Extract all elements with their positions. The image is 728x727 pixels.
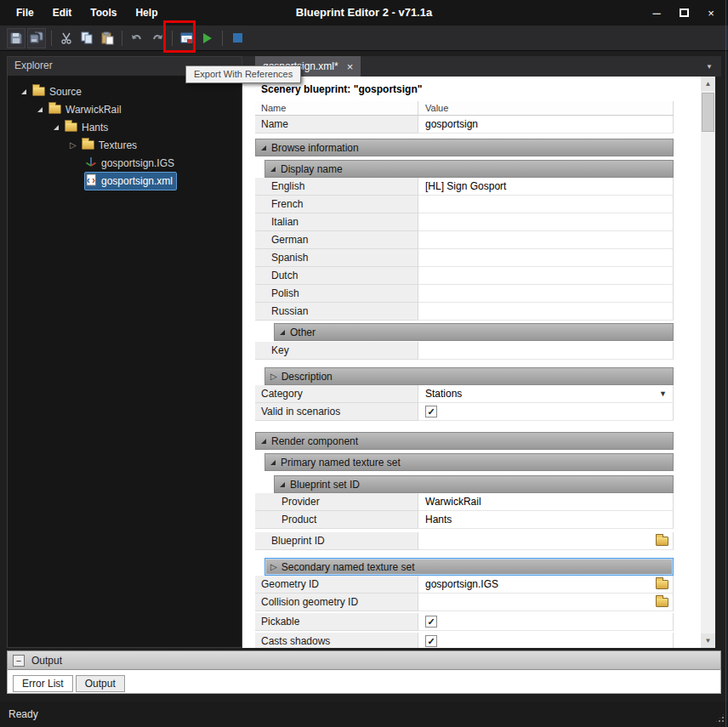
- resize-grip[interactable]: [714, 713, 725, 724]
- browse-folder-icon[interactable]: [656, 580, 668, 589]
- close-button[interactable]: ×: [704, 7, 718, 20]
- save-button[interactable]: [7, 28, 26, 48]
- tree-item-content[interactable]: Source: [31, 85, 85, 99]
- section-render-component[interactable]: Render component: [255, 432, 674, 450]
- menu-file[interactable]: File: [7, 7, 43, 19]
- field-value-italian[interactable]: [418, 213, 674, 231]
- tree-item-selected[interactable]: gosportsign.xml: [84, 172, 177, 190]
- field-value-product[interactable]: Hants: [418, 511, 674, 529]
- field-value-key[interactable]: [418, 342, 674, 360]
- redo-button[interactable]: [148, 28, 167, 48]
- tree-item-gosportsign-xml[interactable]: gosportsign.xml: [8, 172, 242, 190]
- toolbar-separator: [51, 31, 52, 46]
- field-value-category[interactable]: Stations▼: [418, 385, 674, 403]
- stop-button[interactable]: [228, 28, 247, 48]
- menu-tools[interactable]: Tools: [81, 7, 126, 19]
- browse-folder-icon[interactable]: [656, 598, 668, 607]
- section-browse-information[interactable]: Browse information: [255, 139, 674, 156]
- checkbox-checked-icon[interactable]: ✓: [425, 616, 437, 628]
- vertical-scrollbar[interactable]: ▲ ▼: [701, 77, 715, 648]
- section-label: Render component: [271, 435, 358, 447]
- field-value-valid-in-scenarios[interactable]: ✓: [418, 403, 674, 421]
- collapsed-arrow-icon[interactable]: ▷: [70, 141, 77, 150]
- field-value-pickable[interactable]: ✓: [418, 613, 674, 631]
- section-label: Other: [290, 327, 316, 338]
- tree-item-source[interactable]: Source: [8, 82, 242, 100]
- expanded-arrow-icon[interactable]: [21, 89, 26, 94]
- copy-icon: [80, 31, 94, 45]
- property-row-russian: Russian: [255, 303, 674, 321]
- field-label-name: Name: [255, 116, 418, 133]
- tab-close-icon[interactable]: ×: [347, 60, 354, 73]
- tree-item-label: Hants: [82, 122, 108, 133]
- section-display-name[interactable]: Display name: [264, 160, 674, 178]
- minimize-button[interactable]: ─: [650, 7, 663, 20]
- collapsed-arrow-icon: ▷: [270, 563, 277, 571]
- scrollbar-thumb[interactable]: [702, 93, 714, 132]
- menu-edit[interactable]: Edit: [43, 7, 82, 19]
- field-value-casts-shadows[interactable]: ✓: [418, 633, 674, 648]
- expanded-arrow-icon[interactable]: [37, 107, 43, 112]
- field-value-polish[interactable]: [418, 285, 674, 303]
- save-all-button[interactable]: [27, 28, 46, 48]
- column-header-name: Name: [255, 101, 418, 115]
- window-controls: ─ ×: [650, 0, 718, 26]
- cut-button[interactable]: [57, 28, 76, 48]
- maximize-button[interactable]: [677, 7, 691, 20]
- scroll-down-icon[interactable]: ▼: [701, 633, 715, 648]
- field-value-geometry-id[interactable]: gosportsign.IGS: [418, 576, 674, 594]
- tree-item-content[interactable]: Hants: [64, 121, 111, 134]
- play-button[interactable]: [198, 28, 217, 48]
- field-value-russian[interactable]: [418, 303, 674, 321]
- output-panel-header[interactable]: − Output: [7, 650, 721, 670]
- paste-button[interactable]: [98, 28, 117, 48]
- section-blueprint-set-id[interactable]: Blueprint set ID: [274, 475, 674, 493]
- chevron-down-icon[interactable]: ▼: [659, 389, 667, 398]
- expanded-arrow-icon[interactable]: [54, 125, 59, 130]
- field-value-spanish[interactable]: [418, 249, 674, 267]
- toolbar-separator: [122, 31, 122, 46]
- field-value-dutch[interactable]: [418, 267, 674, 285]
- field-value-provider[interactable]: WarwickRail: [418, 493, 674, 511]
- tree-item-content[interactable]: WarwickRail: [48, 103, 125, 116]
- section-other[interactable]: Other: [274, 323, 674, 341]
- undo-button[interactable]: [128, 28, 146, 48]
- property-row-blueprint-id: Blueprint ID: [255, 532, 674, 550]
- tab-overflow-chevron-icon[interactable]: ▼: [706, 63, 713, 71]
- value-text: Hants: [425, 514, 452, 525]
- output-tab-error-list[interactable]: Error List: [13, 675, 73, 692]
- scroll-up-icon[interactable]: ▲: [701, 77, 715, 91]
- checkbox-checked-icon[interactable]: ✓: [425, 406, 437, 417]
- field-value-english[interactable]: [HL] Sign Gosport: [418, 178, 674, 196]
- field-value-name[interactable]: gosportsign: [418, 116, 674, 133]
- tree-item-textures[interactable]: ▷Textures: [8, 136, 242, 154]
- field-label-french: French: [255, 196, 418, 213]
- copy-button[interactable]: [77, 28, 96, 48]
- document-tab-strip: gosportsign.xml* × ▼: [242, 56, 721, 77]
- tree-item-hants[interactable]: Hants: [8, 118, 242, 136]
- browse-folder-icon[interactable]: [656, 537, 668, 546]
- tree-item-content[interactable]: gosportsign.IGS: [84, 155, 178, 171]
- tree-item-content[interactable]: Textures: [81, 139, 140, 152]
- section-description[interactable]: ▷Description: [264, 367, 674, 385]
- export-with-references-button[interactable]: [178, 28, 196, 48]
- field-label-russian: Russian: [255, 303, 418, 321]
- section-primary-named-texture-set[interactable]: Primary named texture set: [264, 453, 674, 471]
- property-row-product: ProductHants: [255, 511, 674, 529]
- field-value-collision-geometry-id[interactable]: [418, 594, 674, 611]
- checkbox-checked-icon[interactable]: ✓: [425, 635, 437, 647]
- section-secondary-named-texture-set[interactable]: ▷Secondary named texture set: [264, 558, 674, 576]
- field-value-french[interactable]: [418, 196, 674, 213]
- tree-item-gosportsign-igs[interactable]: gosportsign.IGS: [8, 154, 242, 172]
- field-value-blueprint-id[interactable]: [418, 532, 674, 550]
- value-text: Stations: [425, 388, 462, 400]
- tree-item-warwickrail[interactable]: WarwickRail: [8, 100, 242, 118]
- property-row-german: German: [255, 231, 674, 249]
- status-text: Ready: [9, 708, 38, 720]
- menu-help[interactable]: Help: [126, 7, 167, 19]
- output-tab-output[interactable]: Output: [76, 675, 125, 692]
- value-text: gosportsign: [425, 118, 478, 130]
- collapsed-arrow-icon: ▷: [270, 372, 277, 381]
- field-value-german[interactable]: [418, 231, 674, 249]
- collapse-icon[interactable]: −: [13, 655, 25, 667]
